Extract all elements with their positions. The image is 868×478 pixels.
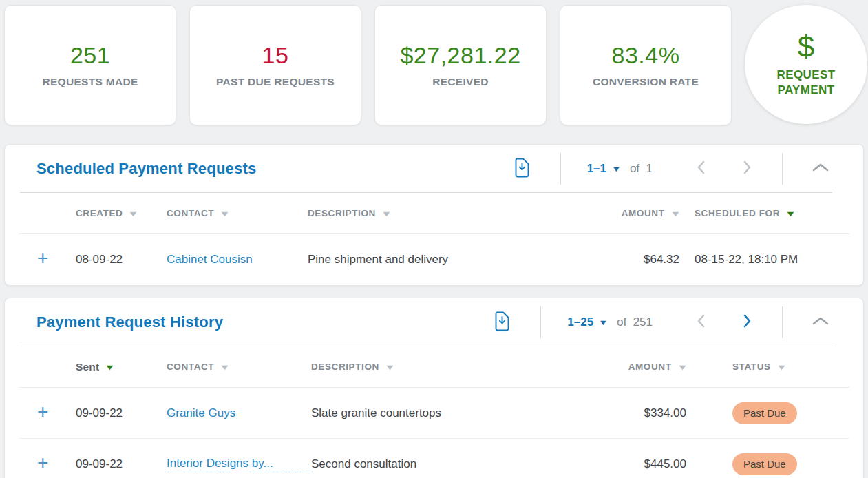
- sort-caret-icon: ▼: [105, 363, 116, 371]
- sort-caret-icon: ▼: [785, 209, 796, 218]
- page-range-value: 1–25: [567, 315, 593, 329]
- chevron-right-icon: [741, 313, 753, 331]
- chevron-right-icon: [741, 160, 753, 177]
- scheduled-pagination: 1–1 ▼ of 1: [587, 157, 756, 180]
- sort-caret-icon: ▼: [219, 209, 231, 218]
- sent-cell: 09-09-22: [76, 406, 167, 420]
- header-divider: [782, 153, 783, 185]
- next-page-button[interactable]: [738, 311, 756, 333]
- received-value: $27,281.22: [400, 42, 520, 69]
- history-panel-header: Payment Request History 1–25 ▼: [20, 298, 832, 346]
- past-due-requests-label: PAST DUE REQUESTS: [216, 76, 335, 88]
- stat-card-requests-made: 251 REQUESTS MADE: [4, 5, 176, 125]
- past-due-requests-value: 15: [262, 42, 289, 69]
- contact-link[interactable]: Granite Guys: [167, 406, 311, 420]
- requests-made-value: 251: [70, 42, 110, 69]
- chevron-left-icon: [695, 313, 708, 331]
- payment-history-panel: Payment Request History 1–25 ▼: [4, 298, 864, 478]
- stats-row: 251 REQUESTS MADE 15 PAST DUE REQUESTS $…: [0, 0, 868, 132]
- conversion-rate-label: CONVERSION RATE: [593, 76, 699, 88]
- scheduled-payments-panel: Scheduled Payment Requests 1–1 ▼: [4, 144, 864, 286]
- page-range-dropdown[interactable]: 1–25 ▼: [567, 315, 607, 329]
- plus-icon: +: [37, 401, 48, 422]
- scheduled-table-row: + 08-09-22 Cabinet Cousisn Pine shipment…: [19, 234, 849, 285]
- request-payment-button[interactable]: $ REQUEST PAYMENT: [745, 5, 867, 124]
- collapse-panel-button[interactable]: [809, 159, 832, 178]
- history-panel-controls: 1–25 ▼ of 251: [490, 306, 832, 338]
- history-table-header: Sent ▼ CONTACT ▼ DESCRIPTION ▼ AMOUNT ▼ …: [19, 346, 849, 388]
- collapse-panel-button[interactable]: [809, 313, 832, 331]
- history-table-row: + 09-09-22 Interior Designs by... Second…: [19, 439, 849, 478]
- chevron-up-icon: [812, 162, 829, 175]
- request-payment-label: REQUEST PAYMENT: [768, 67, 844, 97]
- export-download-button[interactable]: [510, 154, 534, 183]
- chevron-up-icon: [812, 315, 829, 329]
- scheduled-panel-title: Scheduled Payment Requests: [36, 160, 256, 178]
- status-cell: Past Due: [701, 453, 832, 475]
- scheduled-panel-controls: 1–1 ▼ of 1: [510, 153, 832, 185]
- sort-contact-header[interactable]: CONTACT ▼: [167, 208, 308, 218]
- page-range-dropdown[interactable]: 1–1 ▼: [587, 162, 620, 176]
- requests-made-label: REQUESTS MADE: [42, 76, 138, 88]
- history-pagination: 1–25 ▼ of 251: [567, 311, 756, 333]
- page-total: of 1: [630, 162, 653, 176]
- download-file-icon: [513, 157, 531, 180]
- created-cell: 08-09-22: [76, 253, 167, 267]
- sort-description-header[interactable]: DESCRIPTION ▼: [308, 208, 598, 218]
- dropdown-caret-icon: ▼: [598, 318, 608, 326]
- sort-status-header[interactable]: STATUS ▼: [701, 362, 832, 372]
- previous-page-button[interactable]: [692, 311, 710, 333]
- received-label: RECEIVED: [432, 76, 489, 88]
- sort-contact-header[interactable]: CONTACT ▼: [167, 362, 311, 372]
- stat-card-conversion-rate: 83.4% CONVERSION RATE: [560, 5, 732, 125]
- export-download-button[interactable]: [490, 308, 514, 337]
- sort-caret-icon: ▼: [128, 209, 140, 218]
- sort-caret-icon: ▼: [381, 209, 392, 218]
- contact-link[interactable]: Cabinet Cousisn: [167, 253, 308, 267]
- sort-caret-icon: ▼: [670, 209, 681, 218]
- status-badge: Past Due: [732, 402, 797, 424]
- download-file-icon: [493, 311, 511, 334]
- dollar-icon: $: [798, 32, 814, 62]
- status-cell: Past Due: [701, 402, 832, 424]
- sort-scheduled-for-header[interactable]: SCHEDULED FOR ▼: [695, 208, 832, 218]
- sort-caret-icon: ▼: [219, 363, 231, 371]
- dropdown-caret-icon: ▼: [611, 165, 621, 173]
- header-divider: [560, 153, 561, 185]
- sort-amount-header[interactable]: AMOUNT ▼: [598, 208, 695, 218]
- stat-card-past-due-requests: 15 PAST DUE REQUESTS: [189, 5, 361, 125]
- description-cell: Slate granite countertops: [311, 406, 598, 420]
- description-cell: Second consultation: [311, 457, 598, 471]
- chevron-left-icon: [695, 160, 708, 177]
- scheduled-for-cell: 08-15-22, 18:10 PM: [695, 253, 832, 267]
- sort-caret-icon: ▼: [677, 363, 688, 371]
- sort-sent-header[interactable]: Sent ▼: [76, 361, 167, 373]
- conversion-rate-value: 83.4%: [612, 42, 680, 69]
- header-divider: [782, 306, 783, 338]
- amount-cell: $64.32: [598, 253, 695, 267]
- expand-row-button[interactable]: +: [36, 453, 59, 475]
- scheduled-table-header: CREATED ▼ CONTACT ▼ DESCRIPTION ▼ AMOUNT…: [19, 193, 849, 234]
- header-divider: [540, 306, 541, 338]
- expand-row-button[interactable]: +: [36, 249, 59, 271]
- sent-cell: 09-09-22: [76, 457, 167, 471]
- next-page-button[interactable]: [738, 157, 756, 180]
- sort-caret-icon: ▼: [776, 363, 787, 371]
- amount-cell: $445.00: [598, 457, 701, 471]
- page-total: of 251: [617, 315, 653, 329]
- expand-row-button[interactable]: +: [36, 402, 59, 424]
- page-range-value: 1–1: [587, 162, 606, 176]
- previous-page-button[interactable]: [692, 157, 710, 180]
- description-cell: Pine shipment and delivery: [308, 253, 598, 267]
- payments-dashboard: 251 REQUESTS MADE 15 PAST DUE REQUESTS $…: [0, 0, 868, 478]
- scheduled-panel-header: Scheduled Payment Requests 1–1 ▼: [20, 145, 832, 193]
- amount-cell: $334.00: [598, 406, 701, 420]
- sort-created-header[interactable]: CREATED ▼: [76, 208, 167, 218]
- history-panel-title: Payment Request History: [36, 313, 223, 331]
- status-badge: Past Due: [732, 453, 797, 475]
- sort-caret-icon: ▼: [384, 363, 396, 371]
- stat-card-received: $27,281.22 RECEIVED: [374, 5, 547, 125]
- contact-link[interactable]: Interior Designs by...: [167, 457, 311, 472]
- sort-description-header[interactable]: DESCRIPTION ▼: [311, 362, 598, 372]
- sort-amount-header[interactable]: AMOUNT ▼: [598, 362, 701, 372]
